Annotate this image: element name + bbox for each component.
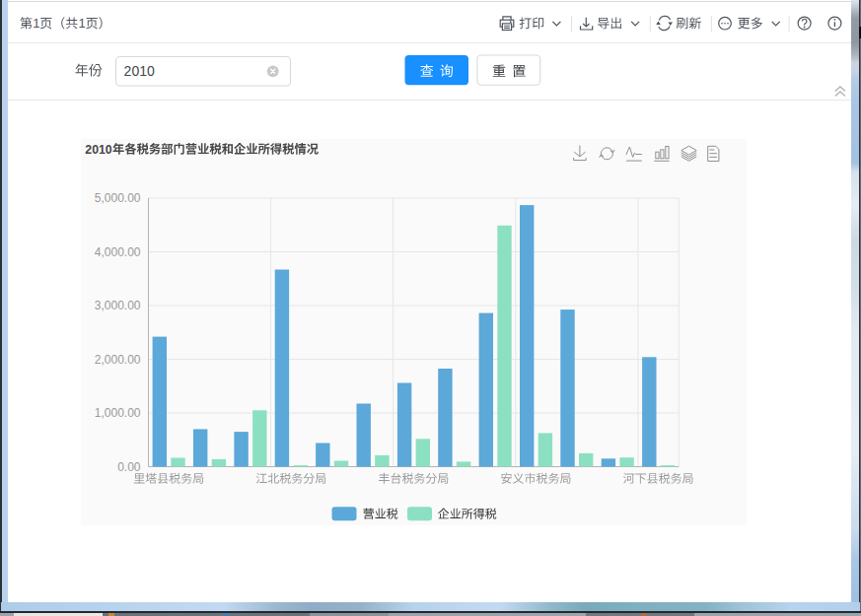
svg-text:2010: 2010	[124, 62, 155, 78]
svg-text:3,000.00: 3,000.00	[95, 299, 141, 312]
svg-text:1: 1	[78, 16, 85, 31]
svg-text:5,000.00: 5,000.00	[95, 191, 141, 205]
svg-text:0.00: 0.00	[117, 460, 141, 474]
svg-text:1,000.00: 1,000.00	[95, 406, 141, 420]
svg-text:2,000.00: 2,000.00	[95, 353, 141, 367]
svg-text:4,000.00: 4,000.00	[95, 245, 141, 259]
svg-text:2010: 2010	[85, 143, 112, 157]
svg-text:1: 1	[33, 16, 39, 31]
